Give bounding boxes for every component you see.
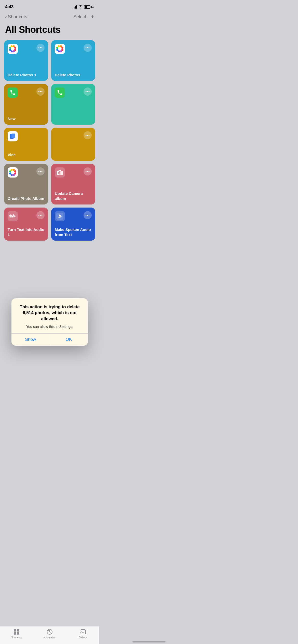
dialog-overlay: This action is trying to delete 6,514 ph…: [0, 0, 99, 241]
